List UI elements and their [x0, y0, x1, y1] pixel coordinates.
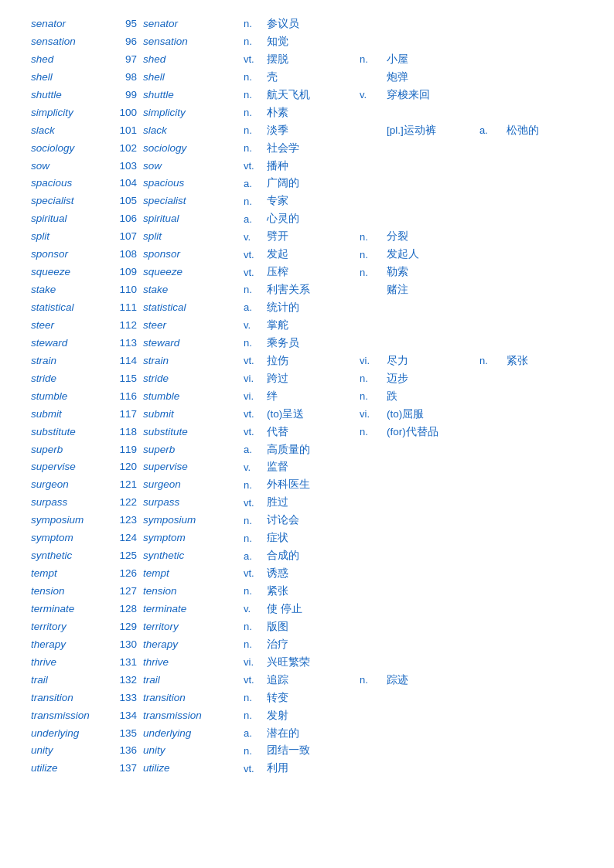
def1-col: 代替 [267, 424, 360, 441]
word2-col: squeeze [143, 264, 244, 281]
pos-col: n. [244, 87, 267, 104]
def3-col [507, 175, 606, 192]
num-col: 113 [108, 335, 143, 352]
pos2-col [360, 512, 387, 529]
table-row: stake 110 stake n. 利害关系 赌注 [8, 281, 606, 299]
pos2-col [360, 192, 387, 210]
word2-col: sow [143, 158, 244, 175]
pos2-col [360, 69, 387, 87]
def3-col [507, 618, 606, 636]
pos-col: vt. [244, 158, 267, 175]
table-row: surgeon 121 surgeon n. 外科医生 [8, 476, 606, 494]
def1-col: 播种 [267, 158, 360, 175]
word-col: sow [8, 158, 108, 175]
table-row: shed 97 shed vt. 摆脱 n. 小屋 [8, 51, 606, 69]
def2-col [387, 104, 479, 122]
pos2-col [360, 458, 387, 476]
word-col: transition [8, 689, 108, 707]
word2-col: stake [143, 281, 244, 299]
def1-col: 广阔的 [267, 175, 360, 192]
pos2-col [360, 476, 387, 494]
pos2-col: n. [360, 424, 387, 441]
pos-col: a. [244, 210, 267, 228]
def3-col [507, 264, 606, 281]
def3-col [507, 140, 606, 158]
word-col: surpass [8, 494, 108, 512]
pos-col: n. [244, 512, 267, 529]
pos3-col [479, 51, 507, 69]
word-col: utilize [8, 760, 108, 778]
word2-col: spacious [143, 175, 244, 192]
pos2-col [360, 601, 387, 618]
pos2-col [360, 15, 387, 33]
def1-col: 参议员 [267, 15, 360, 33]
def2-col [387, 299, 479, 317]
def1-col: 发射 [267, 707, 360, 725]
num-col: 135 [108, 725, 143, 743]
def3-col [507, 104, 606, 122]
table-row: statistical 111 statistical a. 统计的 [8, 299, 606, 317]
def3-col [507, 441, 606, 459]
def2-col [387, 547, 479, 565]
def3-col [507, 87, 606, 104]
word2-col: utilize [143, 760, 244, 778]
pos2-col [360, 299, 387, 317]
pos2-col [360, 104, 387, 122]
word2-col: steward [143, 335, 244, 352]
def2-col [387, 317, 479, 335]
word-col: shell [8, 69, 108, 87]
pos-col: v. [244, 601, 267, 618]
def2-col: 炮弹 [387, 69, 479, 87]
word2-col: sponsor [143, 246, 244, 264]
def3-col [507, 512, 606, 529]
def3-col [507, 458, 606, 476]
def2-col [387, 565, 479, 583]
word2-col: symposium [143, 512, 244, 529]
def3-col [507, 672, 606, 689]
pos3-col [479, 335, 507, 352]
def3-col [507, 15, 606, 33]
word-col: sensation [8, 33, 108, 51]
word2-col: thrive [143, 654, 244, 672]
word-col: slack [8, 122, 108, 140]
word-col: specialist [8, 192, 108, 210]
num-col: 127 [108, 583, 143, 601]
def2-col [387, 601, 479, 618]
pos2-col: v. [360, 87, 387, 104]
def2-col [387, 476, 479, 494]
word2-col: split [143, 228, 244, 246]
pos3-col [479, 246, 507, 264]
def1-col: 版图 [267, 618, 360, 636]
def3-col [507, 565, 606, 583]
pos-col: n. [244, 742, 267, 760]
def2-col: 小屋 [387, 51, 479, 69]
def3-col [507, 370, 606, 388]
pos-col: a. [244, 725, 267, 743]
word2-col: underlying [143, 725, 244, 743]
def1-col: 合成的 [267, 547, 360, 565]
def3-col [507, 158, 606, 175]
word-col: spiritual [8, 210, 108, 228]
word2-col: steer [143, 317, 244, 335]
word-col: superb [8, 441, 108, 459]
pos3-col [479, 618, 507, 636]
word2-col: stumble [143, 388, 244, 406]
word2-col: slack [143, 122, 244, 140]
word2-col: trail [143, 672, 244, 689]
num-col: 137 [108, 760, 143, 778]
pos-col: vt. [244, 51, 267, 69]
def1-col: 诱惑 [267, 565, 360, 583]
table-row: spacious 104 spacious a. 广阔的 [8, 175, 606, 192]
word-col: therapy [8, 636, 108, 654]
def3-col [507, 707, 606, 725]
pos-col: n. [244, 69, 267, 87]
def2-col: 迈步 [387, 370, 479, 388]
pos3-col [479, 388, 507, 406]
pos-col: vt. [244, 760, 267, 778]
word2-col: tension [143, 583, 244, 601]
pos3-col [479, 441, 507, 459]
num-col: 118 [108, 424, 143, 441]
pos-col: vt. [244, 672, 267, 689]
def2-col [387, 636, 479, 654]
table-row: sensation 96 sensation n. 知觉 [8, 33, 606, 51]
